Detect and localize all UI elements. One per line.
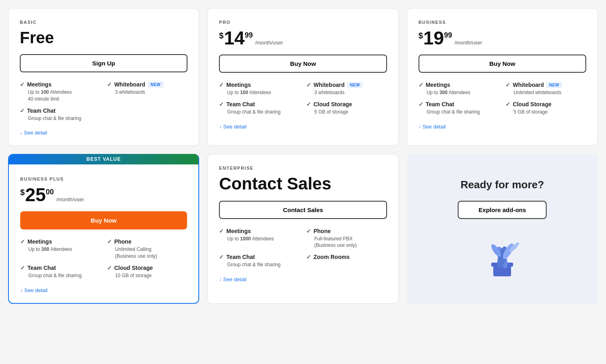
price-period: /month/user <box>455 40 482 46</box>
check-icon: ✓ <box>20 107 25 114</box>
plan-button[interactable]: Buy Now <box>219 55 387 73</box>
plan-button[interactable]: Buy Now <box>419 55 586 73</box>
plan-card-enterprise: ENTERPRISE Contact Sales Contact Sales ✓… <box>207 154 398 303</box>
feature-name: ✓ Cloud Storage <box>107 265 187 271</box>
price-dollar: $ <box>419 31 423 40</box>
feature-desc: Group chat & file sharing <box>20 272 101 279</box>
plan-button[interactable]: Contact Sales <box>219 201 387 219</box>
feature-item: ✓ Meetings Up to 300 Attendees <box>419 82 499 96</box>
arrow-down-icon: ↓ <box>20 130 22 136</box>
feature-name-label: Meetings <box>226 82 251 88</box>
feature-desc: Group chat & file sharing <box>419 109 499 116</box>
check-icon: ✓ <box>20 238 25 245</box>
see-detail-button[interactable]: ↓ See detail <box>219 276 246 282</box>
ready-title: Ready for more? <box>461 179 544 191</box>
feature-item: ✓ Team Chat Group chat & file sharing <box>419 101 499 116</box>
feature-item: ✓ Phone Full-featured PBX(Business use o… <box>306 228 387 249</box>
feature-name: ✓ Phone <box>306 228 387 234</box>
feature-item: ✓ Meetings Up to 1000 Attendees <box>219 228 300 249</box>
see-detail-button[interactable]: ↓ See detail <box>20 130 47 136</box>
feature-desc: Unlimited whiteboards <box>505 89 586 96</box>
feature-name: ✓ Team Chat <box>20 107 101 114</box>
plan-card-basic: BASIC Free Sign Up ✓ Meetings Up to 100 … <box>8 8 199 146</box>
feature-item: ✓ Team Chat Group chat & file sharing <box>20 107 101 122</box>
see-detail-label: See detail <box>24 130 47 136</box>
explore-addons-button[interactable]: Explore add-ons <box>458 201 547 219</box>
feature-name-label: Whiteboard <box>314 82 345 88</box>
see-detail-label: See detail <box>24 287 48 293</box>
feature-desc: Unlimited Calling(Business use only) <box>107 246 187 260</box>
check-icon: ✓ <box>505 101 510 107</box>
price-period: /month/user <box>56 196 84 202</box>
feature-item: ✓ Team Chat Group chat & file sharing <box>219 254 300 268</box>
feature-name: ✓ Zoom Rooms <box>306 254 387 260</box>
plan-label: BUSINESS PLUS <box>20 177 187 181</box>
check-icon: ✓ <box>219 254 224 260</box>
see-detail-button[interactable]: ↓ See detail <box>419 124 446 130</box>
see-detail-button[interactable]: ↓ See detail <box>20 287 48 293</box>
feature-name: ✓ Team Chat <box>20 265 101 271</box>
plan-label: BASIC <box>20 20 187 25</box>
feature-item: ✓ Whiteboard NEW Unlimited whiteboards <box>505 82 586 96</box>
feature-item: ✓ Team Chat Group chat & file sharing <box>20 265 101 279</box>
plan-button[interactable]: Sign Up <box>20 54 187 72</box>
feature-desc: Up to 100 Attendees40 minute limit <box>20 89 101 103</box>
feature-item: ✓ Zoom Rooms <box>306 254 387 268</box>
feature-desc: 5 GB of storage <box>306 109 387 116</box>
plan-button[interactable]: Buy Now <box>20 211 187 229</box>
feature-name-label: Team Chat <box>226 254 255 260</box>
price-row: $ 25 00 /month/user <box>20 185 187 204</box>
feature-name-label: Phone <box>114 238 132 245</box>
price-row: Free <box>20 29 187 47</box>
feature-desc: 3 whiteboards <box>107 89 188 96</box>
features-grid: ✓ Meetings Up to 100 Attendees ✓ Whitebo… <box>219 82 387 116</box>
feature-name-label: Meetings <box>226 228 251 234</box>
ready-card: Ready for more? Explore add-ons <box>407 154 598 303</box>
plan-card-pro: PRO $ 14 99 /month/user Buy Now ✓ Meetin… <box>207 8 398 146</box>
see-detail-label: See detail <box>423 124 446 130</box>
see-detail-label: See detail <box>223 124 246 130</box>
price-cents: 99 <box>444 31 452 40</box>
feature-name: ✓ Team Chat <box>419 101 499 107</box>
price-main: 14 <box>224 29 244 47</box>
feature-item: ✓ Team Chat Group chat & file sharing <box>219 101 300 116</box>
check-icon: ✓ <box>20 81 25 88</box>
price-cents: 99 <box>245 31 253 40</box>
arrow-down-icon: ↓ <box>219 124 221 129</box>
feature-name-label: Team Chat <box>226 101 255 107</box>
feature-name-label: Cloud Storage <box>513 101 551 107</box>
features-grid: ✓ Meetings Up to 300 Attendees ✓ Whitebo… <box>419 82 586 116</box>
price-row: $ 14 99 /month/user <box>219 29 387 47</box>
see-detail-button[interactable]: ↓ See detail <box>219 124 246 130</box>
price-main: 25 <box>25 185 46 204</box>
price-main: 19 <box>423 29 444 47</box>
badge-new: NEW <box>347 82 363 88</box>
feature-name: ✓ Cloud Storage <box>306 101 387 107</box>
badge-new: NEW <box>148 82 164 88</box>
card-content: BUSINESS PLUS $ 25 00 /month/user Buy No… <box>20 177 187 293</box>
enterprise-price: Contact Sales <box>219 175 387 193</box>
feature-name: ✓ Team Chat <box>219 101 300 107</box>
feature-desc: 5 GB of storage <box>505 109 586 116</box>
check-icon: ✓ <box>419 101 423 107</box>
plan-card-business: BUSINESS $ 19 99 /month/user Buy Now ✓ M… <box>407 8 598 146</box>
feature-desc: Group chat & file sharing <box>20 115 101 122</box>
plan-label: PRO <box>219 20 387 25</box>
feature-desc: Up to 100 Attendees <box>219 89 300 96</box>
check-icon: ✓ <box>219 228 224 234</box>
feature-item: ✓ Whiteboard NEW 3 whiteboards <box>107 81 188 103</box>
feature-name-label: Meetings <box>27 238 52 245</box>
feature-name: ✓ Meetings <box>20 81 101 88</box>
feature-desc: Up to 1000 Attendees <box>219 236 300 242</box>
check-icon: ✓ <box>20 265 25 271</box>
pricing-grid: BASIC Free Sign Up ✓ Meetings Up to 100 … <box>8 8 598 304</box>
feature-name: ✓ Team Chat <box>219 254 300 260</box>
feature-item: ✓ Phone Unlimited Calling(Business use o… <box>107 238 187 260</box>
feature-name: ✓ Phone <box>107 238 187 245</box>
feature-name-label: Whiteboard <box>513 82 544 88</box>
feature-name-label: Team Chat <box>27 107 56 114</box>
feature-item: ✓ Cloud Storage 10 GB of storage <box>107 265 187 279</box>
best-value-banner: BEST VALUE <box>9 154 198 164</box>
check-icon: ✓ <box>306 101 311 107</box>
feature-name-label: Whiteboard <box>114 81 145 88</box>
